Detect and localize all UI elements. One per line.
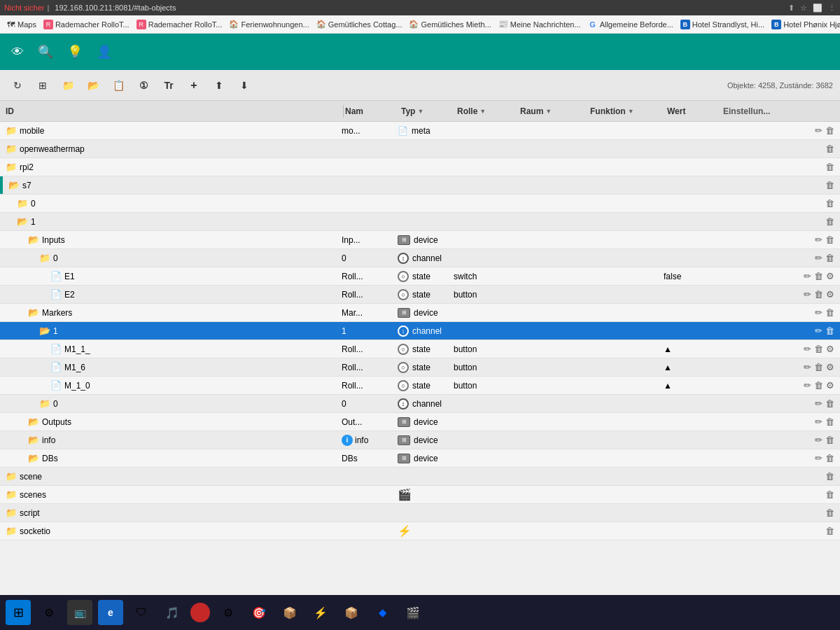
table-row[interactable]: 📄 E1 Roll... ○ state switch false ✏ 🗑 ⚙ — [0, 267, 840, 286]
table-row[interactable]: 📂 Outputs Out... ⊞ device ✏ 🗑 — [0, 413, 840, 431]
table-row[interactable]: 📂 Inputs Inp... ⊞ device ✏ 🗑 — [0, 231, 840, 249]
taskbar-music[interactable]: 🎵 — [160, 600, 185, 625]
col-header-funktion[interactable]: Funktion ▼ — [590, 106, 667, 116]
edit-icon[interactable]: ✏ — [815, 307, 822, 318]
col-header-typ[interactable]: Typ ▼ — [401, 106, 457, 116]
bookmark-strandlyst[interactable]: B Hotel Strandlyst, Hi... — [680, 20, 764, 29]
table-row[interactable]: 📁 rpi2 🗑 — [0, 158, 840, 176]
delete-icon[interactable]: 🗑 — [825, 526, 834, 536]
share-icon[interactable]: ⬆ — [788, 4, 794, 13]
numbered-button[interactable]: ① — [133, 75, 154, 96]
menu-icon[interactable]: ⋮ — [828, 4, 836, 13]
delete-icon[interactable]: 🗑 — [825, 162, 834, 172]
eye-icon[interactable]: 👁 — [11, 45, 24, 59]
table-row[interactable]: 📁 script 🗑 — [0, 504, 840, 522]
edit-icon[interactable]: ✏ — [815, 326, 822, 336]
delete-icon[interactable]: 🗑 — [825, 507, 834, 518]
upload-button[interactable]: ⬆ — [209, 75, 230, 96]
edit-icon[interactable]: ✏ — [804, 271, 811, 281]
edit-icon[interactable]: ✏ — [804, 380, 811, 391]
taskbar-browser[interactable]: e — [98, 600, 123, 625]
edit-icon[interactable]: ✏ — [815, 234, 822, 245]
table-row[interactable]: 📄 M1_6 Roll... ○ state button ▲ ✏ 🗑 ⚙ — [0, 358, 840, 377]
taskbar-dropbox[interactable]: ◆ — [370, 600, 395, 625]
delete-icon[interactable]: 🗑 — [825, 489, 834, 500]
table-row[interactable]: 📁 scene 🗑 — [0, 468, 840, 486]
delete-icon[interactable]: 🗑 — [825, 326, 834, 336]
folder-button[interactable]: 📁 — [57, 75, 78, 96]
edit-icon[interactable]: ✏ — [815, 435, 822, 445]
delete-icon[interactable]: 🗑 — [825, 216, 834, 227]
grid-button[interactable]: ⊞ — [32, 75, 53, 96]
delete-icon[interactable]: 🗑 — [825, 307, 834, 318]
bookmark-nachrichten[interactable]: 📰 Meine Nachrichten... — [498, 20, 581, 29]
start-button[interactable]: ⊞ — [6, 600, 31, 625]
taskbar-gear[interactable]: ⚙ — [216, 600, 241, 625]
download-button[interactable]: ⬇ — [234, 75, 255, 96]
bookmark-maps[interactable]: 🗺 Maps — [6, 20, 36, 29]
table-row[interactable]: 📁 mobile mo... 📄 meta ✏ 🗑 — [0, 122, 840, 140]
edit-icon[interactable]: ✏ — [815, 253, 822, 263]
folder-open-button[interactable]: 📂 — [83, 75, 104, 96]
add-button[interactable]: + — [183, 75, 204, 96]
taskbar-app[interactable]: 🎬 — [400, 600, 426, 625]
table-row[interactable]: 📄 M1_1_ Roll... ○ state button ▲ ✏ 🗑 ⚙ — [0, 340, 840, 358]
delete-icon[interactable]: 🗑 — [825, 435, 834, 445]
settings-icon[interactable]: ⚙ — [826, 362, 834, 372]
url-bar[interactable]: 192.168.100.211:8081/#tab-objects — [55, 4, 788, 12]
delete-icon[interactable]: 🗑 — [825, 180, 834, 190]
taskbar-red[interactable] — [190, 603, 210, 622]
bookmark-cottage[interactable]: 🏠 Gemütliches Cottag... — [316, 20, 402, 29]
edit-icon[interactable]: ✏ — [804, 344, 811, 354]
refresh-button[interactable]: ↻ — [7, 75, 28, 96]
table-row[interactable]: 📂 s7 🗑 — [0, 176, 840, 195]
taskbar-tv[interactable]: 📺 — [67, 600, 92, 625]
delete-icon[interactable]: 🗑 — [825, 253, 834, 263]
delete-icon[interactable]: 🗑 — [825, 198, 834, 209]
col-header-rolle[interactable]: Rolle ▼ — [457, 106, 520, 116]
bookmark-phoenix[interactable]: B Hotel Phønix Hjørri... — [771, 20, 840, 29]
settings-icon[interactable]: ⚙ — [826, 380, 834, 391]
taskbar-settings[interactable]: ⚙ — [36, 600, 62, 625]
taskbar-bolt[interactable]: ⚡ — [308, 600, 333, 625]
table-row[interactable]: 📁 openweathermap 🗑 — [0, 140, 840, 158]
edit-icon[interactable]: ✏ — [804, 362, 811, 372]
table-row[interactable]: 📁 0 🗑 — [0, 195, 840, 213]
user-icon[interactable]: 👤 — [97, 44, 112, 59]
edit-icon[interactable]: ✏ — [815, 416, 822, 427]
star-icon[interactable]: ☆ — [800, 4, 807, 13]
bookmark-rademacher1[interactable]: R Rademacher RolloT... — [43, 20, 130, 29]
taskbar-shield[interactable]: 🛡 — [129, 600, 154, 625]
table-row[interactable]: 📁 socketio ⚡ 🗑 — [0, 522, 840, 540]
taskbar-package[interactable]: 📦 — [339, 600, 364, 625]
delete-icon[interactable]: 🗑 — [825, 144, 834, 154]
table-row[interactable]: 📂 DBs DBs ⊞ device ✏ 🗑 — [0, 449, 840, 468]
delete-icon[interactable]: 🗑 — [825, 234, 834, 245]
copy-button[interactable]: 📋 — [108, 75, 129, 96]
search-icon[interactable]: 🔍 — [38, 44, 53, 59]
taskbar-yellow[interactable]: 📦 — [277, 600, 302, 625]
table-row[interactable]: 📄 E2 Roll... ○ state button ✏ 🗑 ⚙ — [0, 286, 840, 304]
bulb-icon[interactable]: 💡 — [67, 44, 83, 59]
table-row[interactable]: 📂 1 1 ↕ channel ✏ 🗑 — [0, 322, 840, 340]
delete-icon[interactable]: 🗑 — [814, 362, 823, 372]
table-row[interactable]: 📁 0 0 ↕ channel ✏ 🗑 — [0, 395, 840, 413]
delete-icon[interactable]: 🗑 — [814, 380, 823, 391]
col-header-raum[interactable]: Raum ▼ — [520, 106, 590, 116]
edit-icon[interactable]: ✏ — [804, 289, 811, 300]
bookmark-ferienwohnungen[interactable]: 🏠 Ferienwohnungen... — [229, 20, 309, 29]
table-row[interactable]: 📂 Markers Mar... ⊞ device ✏ 🗑 — [0, 304, 840, 322]
edit-icon[interactable]: ✏ — [815, 125, 822, 136]
text-button[interactable]: Tr — [158, 75, 179, 96]
table-row[interactable]: 📂 info i info ⊞ device ✏ 🗑 — [0, 431, 840, 449]
settings-icon[interactable]: ⚙ — [826, 344, 834, 354]
delete-icon[interactable]: 🗑 — [825, 398, 834, 409]
edit-icon[interactable]: ✏ — [815, 398, 822, 409]
delete-icon[interactable]: 🗑 — [825, 416, 834, 427]
table-row[interactable]: 📂 1 🗑 — [0, 213, 840, 231]
settings-icon[interactable]: ⚙ — [826, 271, 834, 281]
bookmark-mieth[interactable]: 🏠 Gemütliches Mieth... — [409, 20, 491, 29]
delete-icon[interactable]: 🗑 — [825, 453, 834, 463]
table-row[interactable]: 📁 scenes 🎬 🗑 — [0, 486, 840, 504]
bookmark-rademacher2[interactable]: R Rademacher RolloT... — [136, 20, 223, 29]
